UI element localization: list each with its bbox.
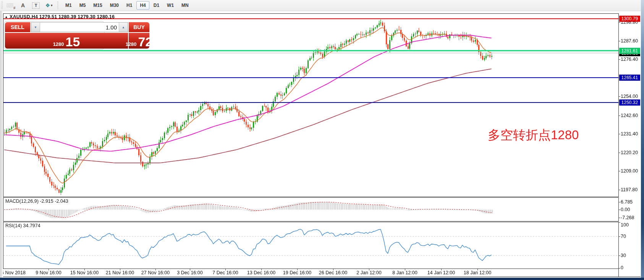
chart-symbol-header: ▲XAUUSD,H4 1279.51 1280.39 1279.30 1280.… bbox=[5, 14, 115, 20]
price-axis-tickmark bbox=[618, 41, 620, 41]
timeframe-button-h1[interactable]: H1 bbox=[123, 1, 136, 10]
window-left-border bbox=[0, 11, 3, 278]
buy-price-pips: 72 bbox=[138, 36, 153, 48]
text-box-icon: T bbox=[32, 2, 40, 9]
price-axis-tickmark bbox=[618, 134, 620, 134]
time-axis-label: 18 Jan 12:00 bbox=[464, 270, 491, 275]
rsi-axis-label: 100 bbox=[621, 222, 642, 228]
text-box-button[interactable]: T bbox=[31, 1, 41, 10]
buy-price-main: 1280 bbox=[126, 41, 137, 47]
dropdown-caret-icon: ▾ bbox=[51, 3, 53, 7]
text-label-button[interactable]: A bbox=[18, 1, 28, 10]
bid-price-line[interactable] bbox=[3, 53, 618, 53]
price-axis-label: 1197.80 bbox=[621, 187, 642, 192]
buy-button[interactable]: BUY bbox=[129, 22, 149, 32]
price-axis-tickmark bbox=[618, 22, 620, 23]
pivot-line-green-badge: 1281.61 bbox=[619, 48, 640, 54]
rsi-indicator-label: RSI(14) 34.7974 bbox=[5, 223, 40, 228]
toolbar-grip[interactable] bbox=[1, 1, 3, 10]
rsi-axis-tickmark bbox=[618, 256, 620, 256]
price-axis-label: 1242.60 bbox=[621, 113, 642, 118]
volume-stepper: ▼ ▲ bbox=[31, 22, 128, 32]
window-bottom-border bbox=[0, 278, 644, 280]
indicators-grid-icon: F bbox=[6, 3, 13, 8]
objects-icon: ❖ bbox=[45, 2, 50, 8]
time-axis-label: 5 Nov 2018 bbox=[1, 270, 26, 275]
price-axis-label: 1287.60 bbox=[621, 38, 642, 44]
time-axis-label: 8 Jan 12:00 bbox=[392, 270, 417, 275]
window-right-border bbox=[641, 0, 644, 280]
annotation-text: 多空转折点1280 bbox=[488, 127, 579, 144]
price-axis-label: 1254.00 bbox=[621, 94, 642, 99]
chart-window-bottom-border bbox=[3, 277, 641, 277]
toolbar-separator bbox=[58, 2, 58, 9]
volume-input[interactable] bbox=[40, 23, 119, 32]
text-label-icon: A bbox=[21, 2, 25, 8]
time-axis-label: 27 Nov 16:00 bbox=[141, 270, 170, 275]
macd-axis-label: -7.268 bbox=[621, 215, 642, 220]
price-axis-tickmark bbox=[618, 153, 620, 153]
timeframe-button-h4[interactable]: H4 bbox=[136, 1, 149, 10]
price-axis-label: 1276.40 bbox=[621, 57, 642, 62]
timeframe-button-d1[interactable]: D1 bbox=[150, 1, 163, 10]
macd-axis-label: 0.00 bbox=[621, 207, 642, 212]
price-axis-tickmark bbox=[618, 171, 620, 171]
price-axis-tickmark bbox=[618, 96, 620, 97]
price-axis-tickmark bbox=[618, 59, 620, 60]
volume-down-icon: ▼ bbox=[34, 26, 37, 29]
buy-price-display[interactable]: 1280 72 bbox=[129, 33, 149, 49]
rsi-axis-label: 30 bbox=[621, 253, 642, 258]
timeframe-button-m15[interactable]: M15 bbox=[90, 1, 105, 10]
time-axis-label: 3 Dec 16:00 bbox=[177, 270, 202, 275]
sell-button[interactable]: SELL bbox=[5, 22, 30, 32]
price-axis-label: 1231.40 bbox=[621, 131, 642, 137]
support-line-2-badge: 1250.32 bbox=[619, 99, 640, 106]
volume-increase-button[interactable]: ▲ bbox=[119, 23, 128, 32]
sell-price-main: 1280 bbox=[53, 41, 64, 47]
price-axis-tickmark bbox=[618, 116, 620, 116]
rsi-axis-label: 0 bbox=[621, 265, 642, 270]
timeframe-button-w1[interactable]: W1 bbox=[163, 1, 177, 10]
volume-decrease-button[interactable]: ▼ bbox=[31, 23, 40, 32]
support-line-2[interactable] bbox=[3, 102, 618, 103]
volume-up-icon: ▲ bbox=[122, 26, 125, 29]
rsi-axis-tickmark bbox=[618, 268, 620, 269]
time-axis-label: 15 Nov 16:00 bbox=[70, 270, 99, 275]
rsi-axis-tickmark bbox=[618, 222, 620, 223]
time-axis-label: 26 Dec 16:00 bbox=[319, 270, 347, 275]
top-toolbar: F A T ❖ ▾ M1M5M15M30H1H4D1W1MN bbox=[0, 0, 644, 11]
sell-price-display[interactable]: 1280 15 bbox=[5, 33, 128, 49]
price-axis-separator bbox=[618, 269, 619, 277]
price-axis-tickmark bbox=[618, 190, 620, 190]
support-line-1[interactable] bbox=[3, 77, 618, 78]
indicators-grid-icon-button[interactable]: F bbox=[5, 1, 15, 10]
one-click-trading-panel: SELL ▼ ▲ BUY 1280 15 1280 72 bbox=[4, 21, 105, 50]
macd-axis-label: 6.785 bbox=[621, 199, 642, 205]
symbol-marker-icon: ▲ bbox=[5, 15, 8, 19]
time-axis-label: 14 Jan 12:00 bbox=[427, 270, 455, 275]
timeframe-button-m30[interactable]: M30 bbox=[107, 1, 122, 10]
time-axis-label: 9 Nov 16:00 bbox=[36, 270, 61, 275]
timeframe-button-m5[interactable]: M5 bbox=[76, 1, 89, 10]
time-axis-label: 2 Jan 12:00 bbox=[356, 270, 381, 275]
price-axis-label: 1209.00 bbox=[621, 168, 642, 174]
rsi-axis-tickmark bbox=[618, 236, 620, 237]
macd-axis-tickmark bbox=[618, 218, 620, 218]
macd-axis-tickmark bbox=[618, 202, 620, 202]
time-axis-label: 21 Nov 16:00 bbox=[106, 270, 134, 275]
objects-button[interactable]: ❖ ▾ bbox=[44, 1, 54, 10]
sell-price-pips: 15 bbox=[66, 36, 80, 48]
rsi-axis-label: 70 bbox=[621, 234, 642, 239]
macd-axis-tickmark bbox=[618, 210, 620, 210]
macd-indicator-label: MACD(12,26,9) -2.915 -2.043 bbox=[5, 199, 68, 204]
time-axis-label: 7 Dec 16:00 bbox=[212, 270, 238, 275]
support-line-1-badge: 1265.41 bbox=[619, 75, 640, 81]
time-axis-label: 19 Dec 16:00 bbox=[283, 270, 311, 275]
timeframe-button-mn[interactable]: MN bbox=[178, 1, 192, 10]
resistance-line-badge: 1300.79 bbox=[619, 16, 640, 22]
pivot-line-green[interactable] bbox=[3, 50, 618, 51]
timeframe-button-m1[interactable]: M1 bbox=[62, 1, 75, 10]
price-axis-label: 1220.20 bbox=[621, 150, 642, 155]
time-axis-label: 13 Dec 16:00 bbox=[247, 270, 275, 275]
chart-symbol-ohlc: XAUUSD,H4 1279.51 1280.39 1279.30 1280.1… bbox=[10, 14, 115, 20]
